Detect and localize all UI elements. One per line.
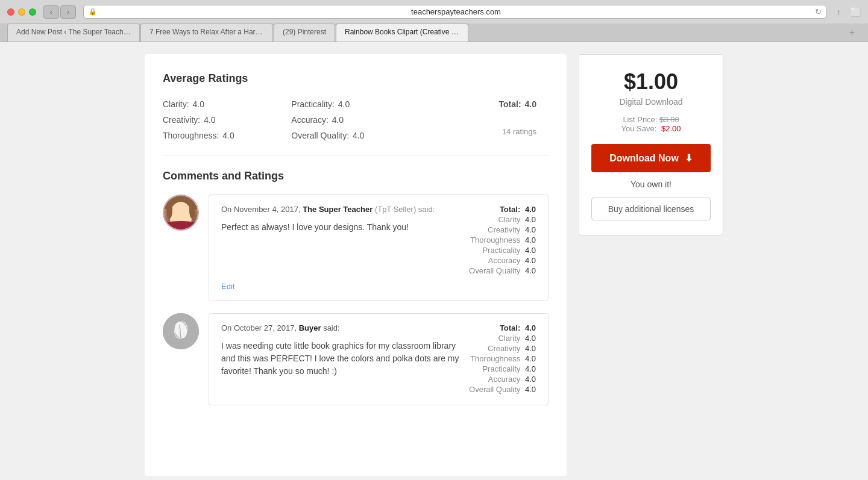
comment-accuracy-row-1: Accuracy 4.0 xyxy=(469,256,536,265)
ratings-col-2: Practicality: 4.0 Accuracy: 4.0 Overall … xyxy=(291,99,420,140)
download-icon: ⬇ xyxy=(685,152,693,164)
forward-icon: › xyxy=(67,8,69,16)
you-save-value: $2.00 xyxy=(661,124,681,133)
avatar-container-2 xyxy=(163,313,199,349)
comment-content-row-2: On October 27, 2017, Buyer said: I was n… xyxy=(221,323,536,395)
average-ratings-title: Average Ratings xyxy=(163,72,549,85)
traffic-lights xyxy=(7,8,36,16)
comment-clarity-row-1: Clarity 4.0 xyxy=(469,215,536,224)
avatar-1 xyxy=(163,195,199,231)
browser-tabs: Add New Post ‹ The Super Teacher — WordP… xyxy=(0,23,868,42)
ratings-col-1: Clarity: 4.0 Creativity: 4.0 Thoroughnes… xyxy=(163,99,291,140)
practicality-label: Practicality: xyxy=(291,99,336,109)
purchase-card: $1.00 Digital Download List Price: $3.00… xyxy=(579,54,723,235)
price-display: $1.00 xyxy=(591,69,711,95)
total-rating: Total: 4.0 xyxy=(420,99,536,109)
reload-icon[interactable]: ↻ xyxy=(815,7,822,16)
tab-wordpress[interactable]: Add New Post ‹ The Super Teacher — WordP… xyxy=(7,23,140,42)
page-content: Average Ratings Clarity: 4.0 Creativity:… xyxy=(0,42,868,480)
edit-link-1[interactable]: Edit xyxy=(221,282,234,291)
share-icon[interactable]: ↑ xyxy=(837,7,841,17)
avatar-leaf-icon xyxy=(163,313,199,349)
comment-item-2: On October 27, 2017, Buyer said: I was n… xyxy=(163,313,549,405)
buy-licenses-button[interactable]: Buy additional licenses xyxy=(591,198,711,220)
download-now-button[interactable]: Download Now ⬇ xyxy=(591,144,711,172)
accuracy-rating: Accuracy: 4.0 xyxy=(291,115,420,125)
thoroughness-label: Thoroughness: xyxy=(163,131,221,140)
comment-clarity-row-2: Clarity 4.0 xyxy=(469,334,536,343)
comment-ratings-1: Total: 4.0 Clarity 4.0 Creativity 4.0 xyxy=(469,205,536,276)
clarity-value: 4.0 xyxy=(192,99,204,109)
practicality-rating: Practicality: 4.0 xyxy=(291,99,420,109)
accuracy-value: 4.0 xyxy=(332,115,344,125)
close-button[interactable] xyxy=(7,8,14,16)
comment-left-2: On October 27, 2017, Buyer said: I was n… xyxy=(221,323,469,395)
you-save-label: You Save: xyxy=(621,124,657,133)
comment-date-1: On November 4, 2017, xyxy=(221,205,301,214)
comment-actions-1: Edit xyxy=(221,276,536,291)
total-label: Total: xyxy=(499,99,521,109)
comment-box-2: On October 27, 2017, Buyer said: I was n… xyxy=(209,313,549,405)
download-btn-label: Download Now xyxy=(609,153,679,164)
comment-box-1: On November 4, 2017, The Super Teacher (… xyxy=(209,195,549,301)
comment-practicality-row-2: Practicality 4.0 xyxy=(469,364,536,373)
comment-header-2: On October 27, 2017, Buyer said: xyxy=(221,323,469,332)
comment-overall-row-1: Overall Quality 4.0 xyxy=(469,266,536,275)
comment-thoroughness-row-2: Thoroughness 4.0 xyxy=(469,354,536,363)
creativity-rating: Creativity: 4.0 xyxy=(163,115,291,125)
comment-author-suffix-1: (TpT Seller) said: xyxy=(375,205,435,214)
minimize-button[interactable] xyxy=(18,8,25,16)
comment-date-2: On October 27, 2017, xyxy=(221,323,297,332)
comment-header-1: On November 4, 2017, The Super Teacher (… xyxy=(221,205,469,214)
overall-quality-rating: Overall Quality: 4.0 xyxy=(291,131,420,140)
url-bar[interactable]: 🔒 teacherspayteachers.com ↻ xyxy=(83,5,827,19)
tab-label: 7 Free Ways to Relax After a Hard Day Te… xyxy=(149,28,273,36)
creativity-value: 4.0 xyxy=(204,115,215,125)
tab-super-teacher[interactable]: 7 Free Ways to Relax After a Hard Day Te… xyxy=(140,23,273,42)
forward-button[interactable]: › xyxy=(60,5,76,19)
digital-download-label: Digital Download xyxy=(591,97,711,107)
comment-body-2: I was needing cute little book graphics … xyxy=(221,340,469,378)
price-details: List Price: $3.00 You Save: $2.00 xyxy=(591,115,711,133)
maximize-button[interactable] xyxy=(29,8,36,16)
ratings-grid: Clarity: 4.0 Creativity: 4.0 Thoroughnes… xyxy=(163,99,549,140)
tab-tpt[interactable]: Rainbow Books Clipart (Creative Clips Cl… xyxy=(336,23,468,42)
accuracy-label: Accuracy: xyxy=(291,115,330,125)
browser-nav: ‹ › xyxy=(43,5,76,19)
comment-practicality-row-1: Practicality 4.0 xyxy=(469,246,536,255)
comment-total-row-1: Total: 4.0 xyxy=(469,205,536,214)
creativity-label: Creativity: xyxy=(163,115,203,125)
tab-label: (29) Pinterest xyxy=(283,28,326,36)
back-button[interactable]: ‹ xyxy=(43,5,59,19)
list-price-value: $3.00 xyxy=(659,115,679,124)
comment-author-bold-2: Buyer xyxy=(299,323,321,332)
comment-body-1: Perfect as always! I love your designs. … xyxy=(221,221,469,234)
comment-accuracy-row-2: Accuracy 4.0 xyxy=(469,375,536,384)
thoroughness-rating: Thoroughness: 4.0 xyxy=(163,131,291,140)
tab-label: Add New Post ‹ The Super Teacher — WordP… xyxy=(16,28,140,36)
clarity-rating: Clarity: 4.0 xyxy=(163,99,291,109)
comment-overall-row-2: Overall Quality 4.0 xyxy=(469,385,536,394)
overall-quality-value: 4.0 xyxy=(353,131,364,140)
comments-section: Comments and Ratings xyxy=(163,170,549,405)
new-tab-button[interactable]: + xyxy=(843,23,861,42)
practicality-value: 4.0 xyxy=(338,99,350,109)
lock-icon: 🔒 xyxy=(89,8,97,16)
comment-ratings-2: Total: 4.0 Clarity 4.0 Creativity 4.0 xyxy=(469,323,536,395)
sidebar-icon[interactable]: ⬜ xyxy=(851,7,861,17)
comment-thoroughness-row-1: Thoroughness 4.0 xyxy=(469,235,536,245)
total-value: 4.0 xyxy=(525,99,536,109)
comment-creativity-row-1: Creativity 4.0 xyxy=(469,225,536,234)
comments-title: Comments and Ratings xyxy=(163,170,549,182)
url-text: teacherspayteachers.com xyxy=(101,7,811,16)
back-icon: ‹ xyxy=(50,8,52,16)
you-own-label: You own it! xyxy=(591,179,711,189)
comment-content-row-1: On November 4, 2017, The Super Teacher (… xyxy=(221,205,536,276)
clarity-label: Clarity: xyxy=(163,99,191,109)
main-column: Average Ratings Clarity: 4.0 Creativity:… xyxy=(145,54,567,476)
tab-pinterest[interactable]: (29) Pinterest xyxy=(274,23,335,42)
overall-quality-label: Overall Quality: xyxy=(291,131,351,140)
tab-label: Rainbow Books Clipart (Creative Clips Cl… xyxy=(345,28,468,36)
list-price-label: List Price: xyxy=(623,115,657,124)
thoroughness-value: 4.0 xyxy=(222,131,234,140)
